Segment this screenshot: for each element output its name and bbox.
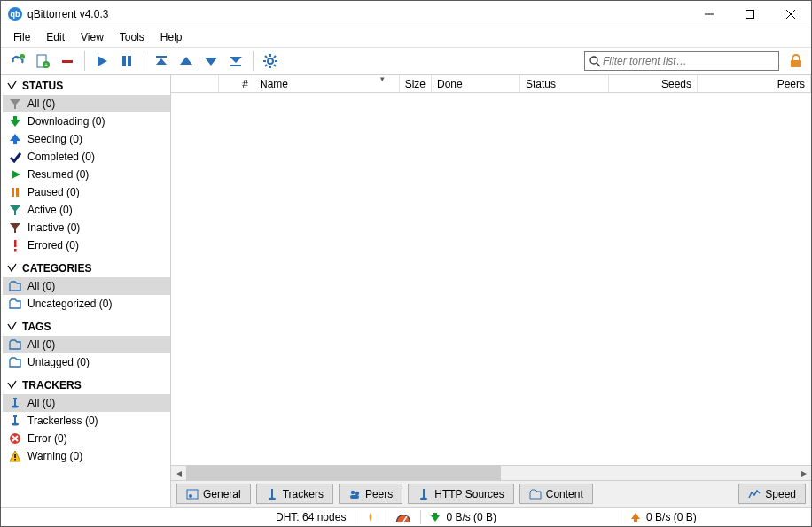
- menu-help[interactable]: Help: [153, 29, 190, 45]
- group-trackers[interactable]: TRACKERS: [3, 376, 170, 394]
- menu-view[interactable]: View: [74, 29, 111, 45]
- svg-point-57: [351, 490, 355, 493]
- sidebar-item-categories-1[interactable]: Uncategorized (0): [3, 295, 170, 313]
- add-file-button[interactable]: +: [31, 50, 54, 73]
- sidebar-item-status-0[interactable]: All (0): [3, 95, 170, 112]
- filter-box[interactable]: [584, 51, 779, 71]
- sidebar-item-status-8[interactable]: Errored (0): [3, 236, 170, 254]
- add-link-button[interactable]: +: [6, 50, 29, 73]
- scroll-left-icon[interactable]: ◂: [171, 466, 186, 481]
- torrent-table-body[interactable]: [171, 93, 811, 465]
- sidebar-item-label: Active (0): [27, 204, 73, 216]
- expander-icon: [6, 379, 19, 391]
- svg-rect-51: [14, 454, 16, 458]
- status-upload[interactable]: 0 B/s (0 B): [621, 511, 706, 523]
- tab-general[interactable]: General: [176, 484, 251, 504]
- svg-marker-33: [10, 134, 20, 144]
- col-seeds[interactable]: Seeds: [609, 75, 698, 92]
- svg-point-28: [590, 57, 597, 64]
- sidebar-item-status-7[interactable]: Inactive (0): [3, 219, 170, 236]
- col-size[interactable]: Size: [400, 75, 432, 92]
- move-top-button[interactable]: [150, 50, 173, 73]
- details-tabs: General Trackers Peers HTTP Sources Cont…: [171, 480, 811, 507]
- tab-http-sources[interactable]: HTTP Sources: [408, 484, 513, 504]
- pin-blue-icon: [8, 414, 22, 428]
- search-icon: [589, 55, 601, 67]
- svg-marker-34: [12, 170, 20, 179]
- minimize-button[interactable]: [689, 1, 730, 27]
- filter-brown-icon: [8, 221, 22, 235]
- status-firewall-icon: [355, 511, 386, 523]
- svg-marker-37: [10, 205, 20, 215]
- tab-trackers[interactable]: Trackers: [256, 484, 333, 504]
- tab-peers[interactable]: Peers: [339, 484, 402, 504]
- group-tags[interactable]: TAGS: [3, 318, 170, 336]
- svg-marker-64: [631, 513, 640, 522]
- sidebar-item-trackers-1[interactable]: Trackerless (0): [3, 412, 170, 430]
- svg-point-54: [189, 494, 192, 498]
- sidebar-item-categories-0[interactable]: All (0): [3, 277, 170, 295]
- scroll-right-icon[interactable]: ▸: [796, 466, 811, 481]
- svg-rect-43: [13, 398, 17, 399]
- sidebar-item-tags-0[interactable]: All (0): [3, 336, 170, 353]
- sidebar-item-label: Seeding (0): [27, 133, 82, 145]
- svg-marker-32: [10, 116, 20, 127]
- sidebar-item-status-2[interactable]: Seeding (0): [3, 130, 170, 148]
- move-down-button[interactable]: [199, 50, 223, 73]
- sidebar-item-trackers-2[interactable]: Error (0): [3, 430, 170, 447]
- resume-button[interactable]: [90, 50, 113, 73]
- filter-teal-icon: [8, 203, 22, 217]
- error-red-icon: [8, 431, 22, 446]
- close-button[interactable]: [770, 1, 811, 27]
- lock-icon[interactable]: [786, 51, 806, 71]
- sidebar-item-tags-1[interactable]: Untagged (0): [3, 353, 170, 371]
- svg-rect-40: [14, 249, 17, 252]
- scroll-thumb[interactable]: [186, 466, 501, 481]
- settings-button[interactable]: [259, 50, 282, 73]
- filter-gray-icon: [8, 97, 22, 111]
- sidebar-item-status-1[interactable]: Downloading (0): [3, 112, 170, 130]
- pause-button[interactable]: [115, 50, 138, 73]
- col-done[interactable]: Done: [432, 75, 520, 92]
- group-status[interactable]: STATUS: [3, 77, 170, 95]
- group-categories[interactable]: CATEGORIES: [3, 260, 170, 277]
- menu-edit[interactable]: Edit: [39, 29, 72, 45]
- svg-marker-15: [180, 57, 192, 65]
- move-up-button[interactable]: [175, 50, 198, 73]
- sidebar-item-label: Errored (0): [27, 239, 79, 252]
- svg-text:+: +: [20, 55, 24, 60]
- col-peers[interactable]: Peers: [698, 75, 811, 92]
- status-download[interactable]: 0 B/s (0 B): [421, 511, 505, 523]
- sidebar-item-status-4[interactable]: Resumed (0): [3, 166, 170, 183]
- menu-tools[interactable]: Tools: [113, 29, 152, 45]
- expander-icon: [6, 80, 19, 92]
- sidebar-item-label: Inactive (0): [27, 221, 80, 234]
- col-status[interactable]: Status: [520, 75, 609, 92]
- menubar: File Edit View Tools Help: [1, 27, 811, 47]
- svg-point-42: [12, 406, 19, 408]
- pin-blue-icon: [8, 396, 22, 410]
- sidebar-item-label: Downloading (0): [27, 115, 105, 128]
- sidebar-item-label: All (0): [27, 280, 55, 292]
- horizontal-scrollbar[interactable]: ◂ ▸: [171, 465, 811, 480]
- col-num[interactable]: #: [219, 75, 254, 92]
- svg-rect-46: [13, 415, 17, 417]
- col-name[interactable]: Name: [254, 75, 400, 92]
- tab-content[interactable]: Content: [519, 484, 593, 504]
- sidebar-item-trackers-3[interactable]: Warning (0): [3, 447, 170, 465]
- sidebar-item-status-3[interactable]: Completed (0): [3, 148, 170, 166]
- sidebar-item-trackers-0[interactable]: All (0): [3, 394, 170, 412]
- tab-speed[interactable]: Speed: [738, 484, 806, 504]
- sidebar-item-status-6[interactable]: Active (0): [3, 201, 170, 219]
- maximize-button[interactable]: [730, 1, 770, 27]
- move-bottom-button[interactable]: [224, 50, 247, 73]
- sidebar-item-status-5[interactable]: Paused (0): [3, 183, 170, 201]
- status-speed-icon[interactable]: [386, 512, 420, 523]
- sidebar-item-label: Error (0): [27, 432, 67, 445]
- remove-button[interactable]: [56, 50, 79, 73]
- svg-rect-53: [187, 490, 198, 499]
- folder-blue-icon: [8, 355, 22, 369]
- filter-input[interactable]: [601, 54, 775, 68]
- exclaim-red-icon: [8, 238, 22, 252]
- menu-file[interactable]: File: [6, 29, 37, 45]
